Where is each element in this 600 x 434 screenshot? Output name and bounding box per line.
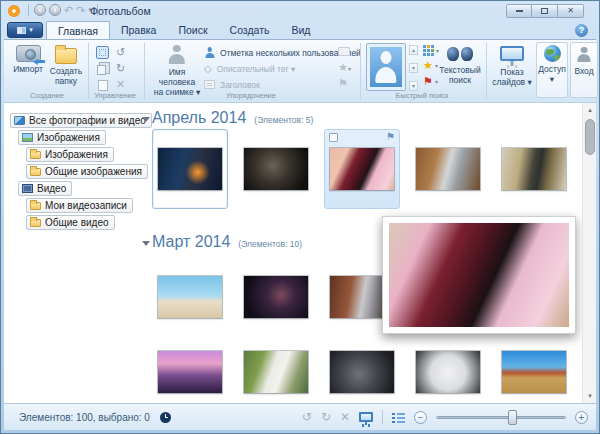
- thumbnail-beach-woman[interactable]: [152, 257, 228, 337]
- redo-icon[interactable]: ↷: [76, 4, 85, 16]
- globe-icon: [544, 45, 561, 62]
- zoom-in-button[interactable]: +: [575, 411, 588, 424]
- sidebar-item-label: Все фотографии и видео: [29, 115, 146, 126]
- close-button[interactable]: ✕: [558, 4, 584, 18]
- rotate-left-icon[interactable]: ↺: [114, 46, 127, 59]
- person-name-button[interactable]: Имя человека на снимке ▾: [152, 42, 202, 97]
- vertical-scrollbar[interactable]: ▴ ▾: [582, 103, 596, 403]
- tab-view[interactable]: Вид: [280, 21, 321, 39]
- scroll-down-icon[interactable]: ▾: [583, 389, 597, 403]
- sidebar-item-public-pictures[interactable]: Общие изображения: [26, 164, 148, 179]
- tag-filter-button[interactable]: ▾: [423, 45, 439, 56]
- thumbnail-woman-couch-hovered[interactable]: ⚑: [324, 129, 400, 209]
- zoom-slider-thumb[interactable]: [508, 410, 517, 425]
- more-icon[interactable]: ▾: [409, 81, 418, 91]
- month-count: (Элементов: 5): [254, 115, 313, 125]
- help-icon[interactable]: ?: [575, 24, 588, 37]
- sidebar-item-video[interactable]: Видео: [18, 181, 72, 196]
- copy-icon[interactable]: [96, 62, 109, 75]
- scrollbar-thumb[interactable]: [585, 119, 595, 155]
- sign-in-button[interactable]: Вход: [570, 42, 598, 98]
- sidebar-item-pictures-folder[interactable]: Изображения: [26, 147, 114, 162]
- sidebar-item-label: Видео: [37, 183, 66, 194]
- delete-icon[interactable]: ✕: [340, 410, 350, 424]
- thumbnail-tiger[interactable]: [410, 129, 486, 209]
- descriptive-tag-button[interactable]: ◇ Описательный тег ▾: [204, 62, 295, 75]
- thumbnail-old-tv[interactable]: [496, 129, 572, 209]
- import-button[interactable]: Импорт: [10, 42, 46, 74]
- sidebar-item-public-videos[interactable]: Общие видео: [26, 215, 115, 230]
- view-details-icon[interactable]: [392, 412, 405, 423]
- thumbnail-sunset-beach[interactable]: [152, 343, 228, 401]
- share-button[interactable]: Доступ ▾: [536, 42, 568, 98]
- rating-filter-button[interactable]: ★ ▾: [423, 60, 438, 71]
- text-search-button[interactable]: Текстовый поиск: [438, 42, 482, 85]
- caption-button[interactable]: Заголовок: [204, 78, 260, 91]
- rotate-right-icon[interactable]: ↻: [321, 410, 331, 424]
- tab-home[interactable]: Главная: [46, 21, 110, 39]
- slideshow-icon[interactable]: [359, 412, 373, 422]
- caption-label: Заголовок: [220, 80, 260, 90]
- photo-woman-couch: [330, 148, 394, 190]
- tab-edit[interactable]: Правка: [110, 21, 167, 39]
- window-title: Фотоальбом: [90, 5, 151, 17]
- thumbnail-galaxy[interactable]: [238, 257, 314, 337]
- thumbnail-boat[interactable]: [496, 343, 572, 401]
- photo-tiger: [416, 148, 480, 190]
- undo-icon[interactable]: ↶: [64, 4, 73, 16]
- zoom-slider-track[interactable]: [436, 416, 566, 419]
- rotate-right-icon[interactable]: ↻: [114, 62, 127, 75]
- tab-create[interactable]: Создать: [219, 21, 281, 39]
- zoom-slider[interactable]: [436, 410, 566, 425]
- flag-filter-button[interactable]: ⚑ ▾: [423, 76, 438, 87]
- collapse-triangle-icon[interactable]: [142, 117, 150, 122]
- ribbon-separator: [486, 43, 487, 99]
- main-area: Все фотографии и видео Изображения Изобр…: [4, 103, 596, 403]
- collapse-triangle-icon[interactable]: [142, 241, 150, 246]
- rating-star-icon[interactable]: ★▾: [338, 61, 351, 74]
- sidebar-item-all-media[interactable]: Все фотографии и видео: [10, 113, 152, 128]
- thumbnail-book-bench[interactable]: [238, 343, 314, 401]
- maximize-button[interactable]: [532, 4, 558, 18]
- share-caret: ▾: [550, 74, 554, 84]
- window-controls: ✕: [506, 4, 584, 18]
- sidebar-item-label: Изображения: [37, 132, 100, 143]
- group-header-march[interactable]: Март 2014 (Элементов: 10): [152, 233, 302, 251]
- paste-icon[interactable]: [96, 78, 109, 91]
- delete-icon[interactable]: ✕: [114, 78, 127, 91]
- flag-icon: ⚑: [423, 76, 433, 87]
- select-all-icon[interactable]: [96, 46, 109, 59]
- thumbnail-white-cat[interactable]: [410, 343, 486, 401]
- zoom-out-button[interactable]: −: [414, 411, 427, 424]
- sidebar-item-pictures[interactable]: Изображения: [18, 130, 106, 145]
- back-icon[interactable]: ‹: [34, 4, 46, 16]
- scroll-up-icon[interactable]: ▴: [409, 45, 418, 55]
- file-menu-button[interactable]: ▾: [7, 22, 43, 38]
- descriptive-tag-label: Описательный тег ▾: [217, 64, 296, 74]
- people-quick-search-button[interactable]: [366, 43, 406, 91]
- thumbnail-gray-cat[interactable]: [324, 343, 400, 401]
- file-menu-icon: [17, 27, 26, 34]
- forward-icon[interactable]: ›: [49, 4, 61, 16]
- scroll-up-icon[interactable]: ▴: [583, 103, 597, 117]
- flag-gray-icon[interactable]: ⚑: [338, 77, 348, 90]
- import-arrow-icon: [33, 57, 45, 65]
- minimize-button[interactable]: [506, 4, 532, 18]
- sidebar-item-label: Общие изображения: [45, 166, 142, 177]
- thumbnail-soldier[interactable]: [238, 129, 314, 209]
- scroll-down-icon[interactable]: ▾: [409, 63, 418, 73]
- thumbnail-night-city[interactable]: [152, 129, 228, 209]
- divider: [28, 4, 29, 16]
- flag-icon[interactable]: ⚑: [386, 131, 395, 142]
- projector-screen-icon: [500, 46, 524, 61]
- group-header-april[interactable]: Апрель 2014 (Элементов: 5): [152, 109, 313, 127]
- tab-find[interactable]: Поиск: [167, 21, 218, 39]
- thumbnail-checkbox[interactable]: [329, 133, 338, 142]
- rotate-left-icon[interactable]: ↺: [302, 410, 312, 424]
- create-folder-button[interactable]: Создать папку: [48, 42, 84, 86]
- slideshow-button[interactable]: Показ слайдов ▾: [490, 42, 534, 87]
- geotag-icon[interactable]: [338, 47, 350, 56]
- sidebar-item-my-videos[interactable]: Мои видеозаписи: [26, 198, 133, 213]
- photo-soldier: [244, 148, 308, 190]
- photo-sunset-beach: [158, 351, 222, 393]
